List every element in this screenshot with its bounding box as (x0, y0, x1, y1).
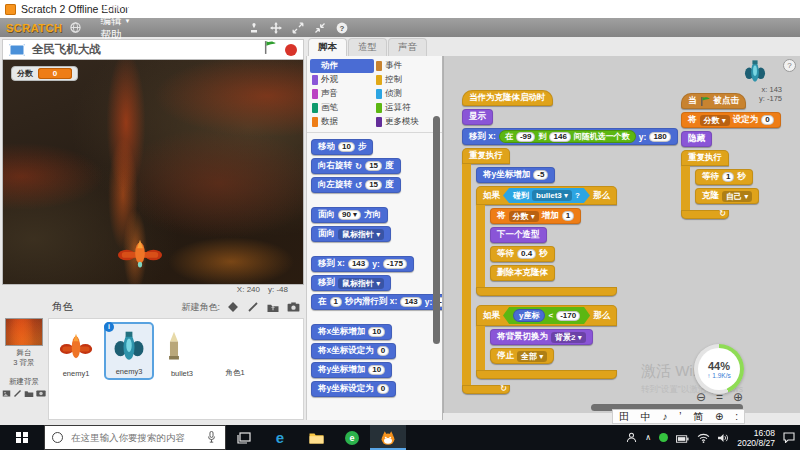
stop-button[interactable] (285, 44, 297, 56)
block-number-input[interactable]: 0 (377, 384, 389, 394)
category-运算符[interactable]: 运算符 (374, 101, 438, 115)
block-number-input[interactable]: 0 (377, 346, 389, 356)
category-外观[interactable]: 外观 (310, 73, 374, 87)
scratch-block[interactable]: 将y坐标设定为0 (311, 381, 396, 397)
sprite-info-badge[interactable]: i (104, 322, 114, 332)
battery-icon[interactable] (676, 429, 689, 447)
block-dropdown[interactable]: 背景2 ▾ (551, 332, 586, 343)
backdrop-library-icon[interactable] (2, 389, 11, 400)
block-number-input[interactable]: 0.4 (517, 249, 536, 259)
scratch-c-block[interactable]: 如果y座标<-170那么将背景切换为背景2 ▾停止全部 ▾ (476, 305, 617, 379)
scratch-block[interactable]: 向左旋转↺15度 (311, 177, 401, 193)
paint-new-sprite-icon[interactable] (246, 301, 260, 313)
scratch-block[interactable]: 将分数 ▾设定为0 (681, 112, 781, 128)
block-reporter[interactable]: y座标 (513, 309, 545, 322)
scratch-block[interactable]: 将x坐标增加10 (311, 324, 392, 340)
start-button[interactable] (0, 425, 44, 450)
scratch-block[interactable]: 将背景切换为背景2 ▾ (490, 329, 593, 345)
block-number-input[interactable]: 143 (348, 259, 369, 269)
block-number-input[interactable]: 1 (722, 172, 734, 182)
taskbar-clock[interactable]: 16:08 2020/8/27 (737, 428, 775, 448)
category-事件[interactable]: 事件 (374, 59, 438, 73)
script-stack-1[interactable]: 当作为克隆体启动时显示移到 x:在-99到146间随机选一个数y:180重复执行… (462, 90, 678, 397)
zoom-out-icon[interactable]: ⊖ (696, 390, 706, 404)
scratch-c-block[interactable]: 如果碰到bullet3 ▾?那么将分数 ▾增加1下一个造型等待0.4秒删除本克隆… (476, 186, 617, 296)
c-block-header[interactable]: 如果碰到bullet3 ▾?那么 (476, 186, 617, 205)
menu-item-编辑[interactable]: 编辑▼ (91, 14, 139, 28)
stage-selector-column[interactable]: 舞台 3 背景 新建背景 (2, 297, 46, 420)
sprite-cell-enemy3[interactable]: ienemy3 (104, 322, 154, 380)
block-dropdown[interactable]: 鼠标指针 ▾ (338, 229, 384, 240)
grow-icon[interactable] (291, 21, 304, 34)
upload-backdrop-icon[interactable] (24, 389, 34, 400)
scratch-c-block[interactable]: 重复执行等待1秒克隆自己 ▾↻ (681, 150, 759, 219)
c-block-header[interactable]: 重复执行 (462, 148, 510, 164)
block-number-input[interactable]: -170 (556, 311, 580, 321)
ime-language-bar[interactable]: 田中♪ʼ简⊕: (612, 409, 745, 424)
scratch-block[interactable]: 移到 x:143y:-175 (311, 256, 414, 272)
tab-声音[interactable]: 声音 (388, 38, 427, 56)
wifi-icon[interactable] (697, 429, 710, 447)
edge-browser-icon[interactable]: e (262, 425, 298, 450)
action-center-icon[interactable] (783, 429, 795, 447)
camera-sprite-icon[interactable] (286, 301, 300, 313)
ime-item[interactable]: ʼ (679, 411, 681, 422)
block-number-input[interactable]: 0 (761, 115, 773, 125)
block-reporter[interactable]: y座标<-170 (503, 307, 590, 324)
block-reporter[interactable]: 在-99到146间随机选一个数 (499, 130, 636, 143)
scratch-block[interactable]: 将y坐标增加10 (311, 362, 392, 378)
scratch-block[interactable]: 在1秒内滑行到 x:143y:-175 (311, 294, 443, 310)
block-number-input[interactable]: 10 (368, 327, 385, 337)
block-dropdown[interactable]: 鼠标指针 ▾ (338, 278, 384, 289)
ime-item[interactable]: ♪ (662, 411, 667, 422)
ime-item[interactable]: 简 (693, 410, 703, 424)
scratch-block[interactable]: 面向90 ▾方向 (311, 207, 388, 223)
category-画笔[interactable]: 画笔 (310, 101, 374, 115)
sprite-cell-enemy1[interactable]: enemy1 (51, 322, 101, 380)
c-block-header[interactable]: 如果y座标<-170那么 (476, 305, 617, 326)
tab-脚本[interactable]: 脚本 (308, 38, 347, 56)
category-声音[interactable]: 声音 (310, 87, 374, 101)
category-侦测[interactable]: 侦测 (374, 87, 438, 101)
scratch-block[interactable]: 等待1秒 (695, 169, 753, 185)
player-plane-sprite[interactable] (117, 239, 163, 269)
category-更多模块[interactable]: 更多模块 (374, 115, 438, 129)
c-block-footer[interactable] (476, 287, 617, 296)
scratch-block[interactable]: 将y坐标增加-5 (476, 167, 555, 183)
scratch-block[interactable]: 将分数 ▾增加1 (490, 208, 581, 224)
scratch-block[interactable]: 显示 (462, 109, 493, 125)
block-number-input[interactable]: -175 (383, 259, 407, 269)
tab-造型[interactable]: 造型 (348, 38, 387, 56)
scratch-block[interactable]: 向右旋转↻15度 (311, 158, 401, 174)
delete-move-icon[interactable] (269, 21, 282, 34)
scratch-block[interactable]: 面向鼠标指针 ▾ (311, 226, 391, 242)
script-area[interactable]: 当作为克隆体启动时显示移到 x:在-99到146间随机选一个数y:180重复执行… (443, 56, 800, 413)
c-block-footer[interactable]: ↻ (462, 385, 510, 394)
block-dropdown[interactable]: 自己 ▾ (722, 191, 752, 202)
zoom-reset-icon[interactable]: = (716, 390, 723, 404)
block-number-input[interactable]: 180 (649, 132, 670, 142)
c-block-header[interactable]: 重复执行 (681, 150, 729, 166)
net-speed-widget[interactable]: 44% ↑ 1.9K/s (694, 344, 744, 394)
block-dropdown[interactable]: bullet3 ▾ (532, 190, 572, 201)
scratch-block[interactable]: 移动10步 (311, 139, 373, 155)
block-number-input[interactable]: 1 (562, 211, 574, 221)
microphone-icon[interactable] (207, 429, 216, 447)
scratch-block[interactable]: 克隆自己 ▾ (695, 188, 759, 204)
scratch-taskbar-icon[interactable] (370, 425, 406, 450)
scratch-block[interactable]: 等待0.4秒 (490, 246, 555, 262)
block-number-input[interactable]: 10 (368, 365, 385, 375)
script-stack-2[interactable]: 当被点击将分数 ▾设定为0隐藏重复执行等待1秒克隆自己 ▾↻ (681, 93, 781, 222)
scratch-block[interactable]: 下一个造型 (490, 227, 547, 243)
block-number-dropdown[interactable]: 90 ▾ (338, 210, 361, 220)
block-number-input[interactable]: 143 (400, 297, 421, 307)
task-view-icon[interactable] (226, 425, 262, 450)
block-number-input[interactable]: -99 (516, 132, 536, 142)
block-help-icon[interactable]: ? (335, 21, 348, 34)
variable-monitor[interactable]: 分数 0 (11, 66, 78, 81)
browser-360-icon[interactable]: e (334, 425, 370, 450)
scratch-block[interactable]: 当作为克隆体启动时 (462, 90, 553, 106)
c-block-footer[interactable] (476, 370, 617, 379)
camera-backdrop-icon[interactable] (36, 389, 46, 400)
taskbar-search[interactable] (44, 425, 226, 450)
